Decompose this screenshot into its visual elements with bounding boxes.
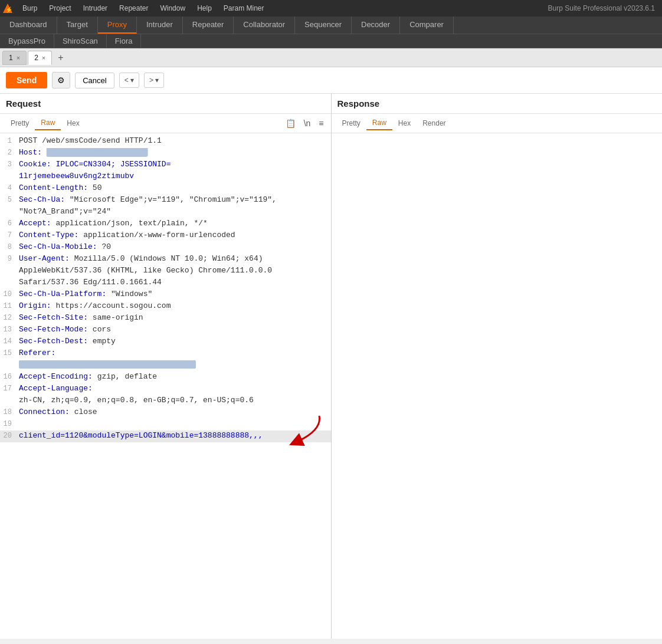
response-tab-hex[interactable]: Hex: [392, 117, 417, 130]
menu-window[interactable]: Window: [154, 0, 191, 17]
main-content: Request Pretty Raw Hex 📋 \n ≡ 1 POST /we…: [0, 94, 662, 639]
tab-sequencer[interactable]: Sequencer: [295, 17, 352, 34]
table-row: 4 Content-Length: 50: [0, 183, 331, 195]
session-tab-2[interactable]: 2 ×: [28, 51, 52, 65]
request-tab-hex[interactable]: Hex: [61, 117, 85, 130]
table-row: 13 Sec-Fetch-Mode: cors: [0, 324, 331, 336]
session-tab-1[interactable]: 1 ×: [2, 51, 27, 65]
response-panel-title: Response: [332, 94, 663, 114]
menu-help[interactable]: Help: [191, 0, 218, 17]
send-button[interactable]: Send: [6, 72, 47, 88]
table-row: Safari/537.36 Edg/111.0.1661.44: [0, 277, 331, 289]
app-title: Burp Suite Professional v2023.6.1: [548, 4, 660, 12]
request-tab-raw[interactable]: Raw: [35, 116, 61, 130]
nav-tabs-plugins: BypassPro ShiroScan Fiora: [0, 34, 662, 48]
request-panel-title: Request: [0, 94, 331, 114]
table-row: AppleWebKit/537.36 (KHTML, like Gecko) C…: [0, 265, 331, 277]
request-sub-tab-icons: 📋 \n ≡: [283, 117, 326, 129]
table-row: 2 Host: ██████████████████████: [0, 147, 331, 159]
session-tab-1-label: 1: [9, 54, 13, 62]
table-row: [0, 360, 331, 372]
table-row: 20 client_id=1120&moduleType=LOGIN&mobil…: [0, 431, 331, 442]
tab-intruder[interactable]: Intruder: [137, 17, 183, 34]
table-row: 14 Sec-Fetch-Dest: empty: [0, 336, 331, 348]
menu-bar: ⚡ Burp Project Intruder Repeater Window …: [0, 0, 662, 17]
gear-button[interactable]: ⚙: [52, 72, 70, 88]
table-row: 1lrjemebeew8uv6ng2ztimubv: [0, 171, 331, 183]
response-panel: Response Pretty Raw Hex Render: [332, 94, 663, 639]
session-tab-add[interactable]: +: [53, 50, 68, 65]
table-row: 11 Origin: https://account.sogou.com: [0, 301, 331, 313]
table-row: 3 Cookie: IPLOC=CN3304; JSESSIONID=: [0, 159, 331, 171]
toolbar: Send ⚙ Cancel < ▾ > ▾: [0, 67, 662, 94]
table-row: 10 Sec-Ch-Ua-Platform: "Windows": [0, 289, 331, 301]
menu-icon[interactable]: ≡: [316, 117, 326, 129]
tab-decoder[interactable]: Decoder: [352, 17, 400, 34]
app-logo: ⚡: [2, 3, 13, 14]
table-row: "Not?A_Brand";v="24": [0, 206, 331, 218]
request-editor[interactable]: 1 POST /web/smsCode/send HTTP/1.1 2 Host…: [0, 133, 331, 639]
tab-repeater[interactable]: Repeater: [183, 17, 234, 34]
session-tabs: 1 × 2 × +: [0, 48, 662, 67]
cancel-button[interactable]: Cancel: [75, 73, 114, 88]
red-arrow: [278, 413, 325, 448]
request-sub-tabs: Pretty Raw Hex 📋 \n ≡: [0, 114, 331, 133]
table-row: 15 Referer:: [0, 348, 331, 360]
request-tab-pretty[interactable]: Pretty: [5, 117, 35, 130]
nav-back-button[interactable]: < ▾: [119, 73, 139, 88]
tab-shiroscan[interactable]: ShiroScan: [54, 34, 107, 48]
table-row: 12 Sec-Fetch-Site: same-origin: [0, 313, 331, 324]
request-panel: Request Pretty Raw Hex 📋 \n ≡ 1 POST /we…: [0, 94, 332, 639]
tab-target[interactable]: Target: [57, 17, 98, 34]
session-tab-2-close[interactable]: ×: [42, 54, 45, 61]
nav-fwd-button[interactable]: > ▾: [144, 73, 164, 88]
menu-burp[interactable]: Burp: [17, 0, 43, 17]
table-row: 5 Sec-Ch-Ua: "Microsoft Edge";v="119", "…: [0, 195, 331, 206]
tab-proxy[interactable]: Proxy: [98, 17, 137, 34]
tab-collaborator[interactable]: Collaborator: [234, 17, 295, 34]
table-row: 1 POST /web/smsCode/send HTTP/1.1: [0, 136, 331, 147]
response-tab-raw[interactable]: Raw: [366, 116, 392, 130]
tab-comparer[interactable]: Comparer: [400, 17, 454, 34]
newline-icon[interactable]: \n: [301, 117, 313, 129]
svg-text:⚡: ⚡: [5, 6, 13, 14]
table-row: 8 Sec-Ch-Ua-Mobile: ?0: [0, 242, 331, 254]
table-row: 6 Accept: application/json, text/plain, …: [0, 218, 331, 230]
response-tab-render[interactable]: Render: [417, 117, 451, 130]
response-sub-tabs: Pretty Raw Hex Render: [332, 114, 663, 133]
menu-repeater[interactable]: Repeater: [113, 0, 154, 17]
table-row: 7 Content-Type: application/x-www-form-u…: [0, 230, 331, 242]
table-row: zh-CN, zh;q=0.9, en;q=0.8, en-GB;q=0.7, …: [0, 395, 331, 407]
tab-bypasspro[interactable]: BypassPro: [0, 34, 54, 48]
tab-fiora[interactable]: Fiora: [107, 34, 142, 48]
table-row: 17 Accept-Language:: [0, 383, 331, 395]
table-row: 16 Accept-Encoding: gzip, deflate: [0, 372, 331, 383]
menu-project[interactable]: Project: [43, 0, 77, 17]
menu-param-miner[interactable]: Param Miner: [218, 0, 270, 17]
response-body: [332, 133, 663, 639]
clipboard-icon[interactable]: 📋: [283, 117, 298, 129]
table-row: 9 User-Agent: Mozilla/5.0 (Windows NT 10…: [0, 254, 331, 265]
nav-tabs: Dashboard Target Proxy Intruder Repeater…: [0, 17, 662, 34]
session-tab-2-label: 2: [34, 54, 38, 62]
session-tab-1-close[interactable]: ×: [17, 54, 20, 61]
tab-dashboard[interactable]: Dashboard: [0, 17, 57, 34]
menu-intruder[interactable]: Intruder: [77, 0, 113, 17]
response-tab-pretty[interactable]: Pretty: [336, 117, 366, 130]
